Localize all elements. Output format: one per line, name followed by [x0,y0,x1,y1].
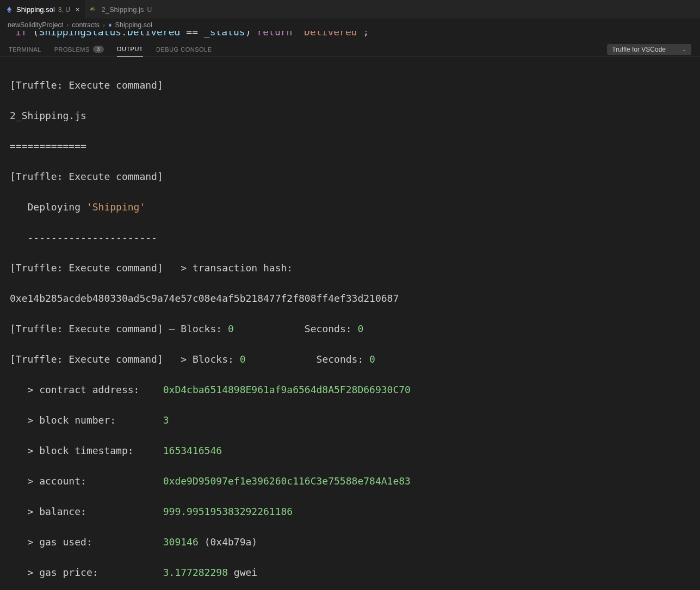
breadcrumb-segment[interactable]: Shipping.sol [115,21,152,29]
close-icon[interactable]: × [76,5,80,14]
tab-2-shipping-js[interactable]: JS 2_Shipping.js U [85,0,157,19]
output-channel-dropdown[interactable]: Truffle for VSCode ⌄ [607,44,691,55]
chevron-right-icon: › [103,21,105,29]
code-string: "Delivered" [298,31,363,38]
code-keyword: if [15,31,27,38]
tab-shipping-sol[interactable]: Shipping.sol 3, U × [0,0,85,19]
code-ident: _status [204,31,245,38]
dropdown-label: Truffle for VSCode [612,46,666,53]
editor-preview: if (ShippingStatus.Delivered == _status)… [0,31,700,42]
problems-count-badge: 3 [93,46,104,53]
output-line: > block timestamp: 1653416546 [10,443,690,458]
tab-label: Shipping.sol [16,5,55,14]
output-line: > gas price: 3.177282298 gwei [10,565,690,580]
output-line: [Truffle: Execute command] [10,78,690,93]
svg-text:JS: JS [90,7,95,11]
ethereum-icon [5,6,13,14]
output-line: > account: 0xde9D95097ef1e396260c116C3e7… [10,474,690,489]
chevron-right-icon: › [66,21,69,29]
tab-problems[interactable]: PROBLEMS 3 [54,42,104,57]
output-line: > balance: 999.995195383292261186 [10,504,690,519]
tab-terminal[interactable]: TERMINAL [9,42,41,57]
chevron-down-icon: ⌄ [682,46,686,52]
breadcrumb-segment[interactable]: newSolidityProject [8,21,63,29]
js-icon: JS [90,6,98,14]
output-line: [Truffle: Execute command] > Blocks: 0 S… [10,352,690,367]
tab-modified-badge: U [147,6,152,14]
output-line: ============= [10,139,690,154]
code-punct: ; [363,31,369,38]
tab-problems-label: PROBLEMS [54,46,90,53]
breadcrumb-segment[interactable]: contracts [72,21,100,29]
output-line: 0xe14b285acdeb480330ad5c9a74e57c08e4af5b… [10,291,690,306]
tab-output[interactable]: OUTPUT [117,42,143,57]
code-ident: ShippingStatus.Delivered [39,31,180,38]
output-line: > block number: 3 [10,413,690,428]
output-line: > gas used: 309146 (0x4b79a) [10,535,690,550]
output-panel[interactable]: [Truffle: Execute command] 2_Shipping.js… [0,57,700,590]
output-line: [Truffle: Execute command] > transaction… [10,260,690,276]
breadcrumb[interactable]: newSolidityProject › contracts › ♦ Shipp… [0,19,700,31]
tab-label: 2_Shipping.js [101,5,144,14]
tab-modified-badge: 3, U [58,6,70,14]
output-line: [Truffle: Execute command] – Blocks: 0 S… [10,321,690,337]
code-punct: ) [245,31,251,38]
ethereum-icon: ♦ [108,21,111,29]
output-line: ---------------------- [10,230,690,245]
output-line: > contract address: 0xD4cba6514898E961af… [10,382,690,398]
output-line: [Truffle: Execute command] [10,169,690,184]
code-keyword: return [257,31,292,38]
code-punct: ( [33,31,39,38]
output-line: 2_Shipping.js [10,108,690,123]
code-op: == [186,31,198,38]
output-line: Deploying 'Shipping' [10,200,690,215]
panel-tabs: TERMINAL PROBLEMS 3 OUTPUT DEBUG CONSOLE… [0,42,700,57]
tab-debug-console[interactable]: DEBUG CONSOLE [156,42,212,57]
editor-tabs-bar: Shipping.sol 3, U × JS 2_Shipping.js U [0,0,700,19]
